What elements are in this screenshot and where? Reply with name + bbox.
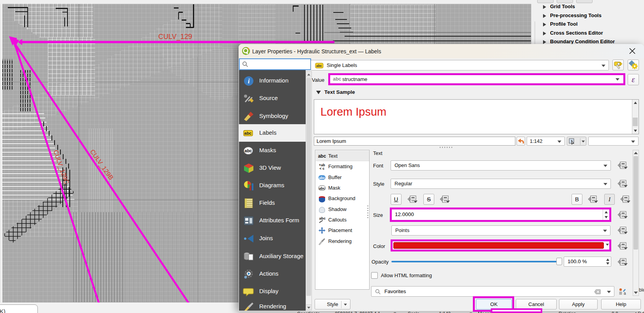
svg-text:abc: abc — [316, 64, 322, 68]
svg-text:a: a — [624, 291, 626, 295]
svg-text:abc: abc — [245, 148, 252, 153]
svg-text:abc: abc — [319, 176, 325, 180]
svg-text:< c: < c — [320, 167, 325, 171]
svg-text:abc: abc — [318, 153, 326, 159]
svg-text:abc: abc — [319, 216, 326, 220]
svg-text:abc: abc — [319, 186, 325, 190]
svg-text:abc: abc — [244, 131, 252, 135]
svg-text:i: i — [248, 77, 250, 85]
